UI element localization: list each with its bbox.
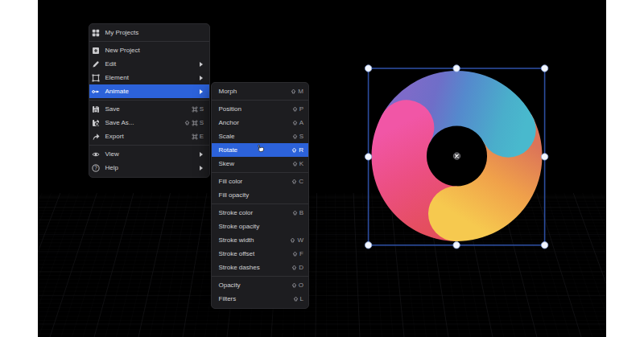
svg-text:?: ? [94, 165, 97, 171]
